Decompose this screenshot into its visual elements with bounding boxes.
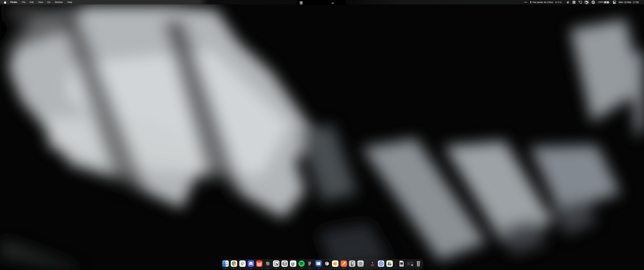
svg-text:11: 11 [412,265,412,266]
svg-text:g: g [291,261,294,266]
svg-text:raycast: raycast [371,264,374,265]
svg-text:10: 10 [284,262,286,265]
